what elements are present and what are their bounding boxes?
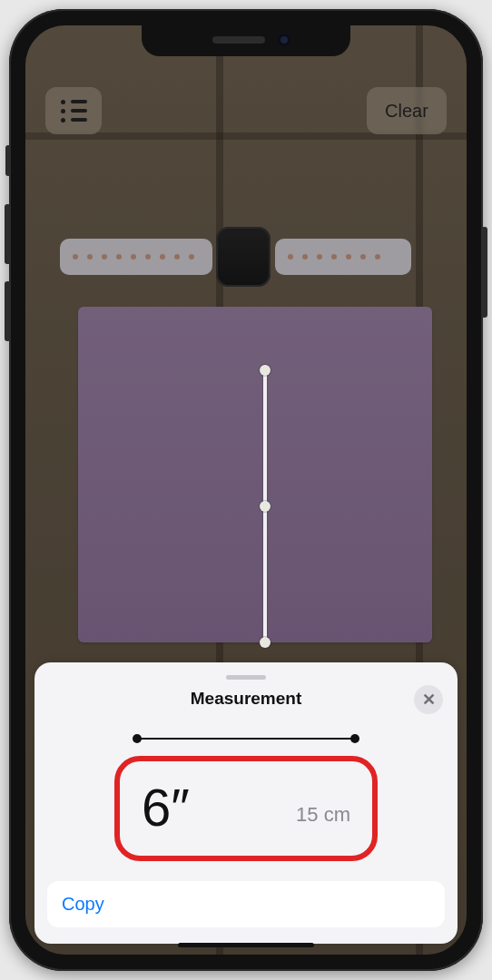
home-indicator[interactable]	[178, 943, 314, 947]
silence-switch	[5, 145, 11, 176]
close-icon: ✕	[422, 690, 436, 710]
power-button	[481, 227, 487, 318]
notch	[142, 25, 350, 56]
measurement-primary-value: 6″	[142, 781, 190, 834]
measurement-sheet: Measurement ✕ 6″ 15 cm Copy	[34, 662, 458, 944]
measurement-range-graphic	[133, 732, 359, 745]
list-icon	[61, 100, 87, 122]
sheet-grabber[interactable]	[226, 675, 266, 680]
clear-button-label: Clear	[385, 101, 428, 122]
phone-frame: Clear Measurement ✕ 6″ 15 cm Co	[9, 9, 483, 971]
measurement-secondary-value: 15 cm	[296, 803, 350, 834]
measure-point-mid[interactable]	[260, 501, 271, 512]
close-button[interactable]: ✕	[414, 685, 443, 714]
screen: Clear Measurement ✕ 6″ 15 cm Co	[25, 25, 467, 955]
measure-point-end[interactable]	[260, 637, 271, 648]
volume-up-button	[5, 204, 11, 264]
clear-button[interactable]: Clear	[367, 87, 447, 134]
measurements-list-button[interactable]	[45, 87, 102, 134]
measure-point-start[interactable]	[260, 365, 271, 376]
sheet-title: Measurement	[47, 689, 445, 709]
copy-button-label: Copy	[62, 894, 104, 914]
copy-button[interactable]: Copy	[47, 881, 445, 927]
volume-down-button	[5, 281, 11, 341]
measurement-value-highlight[interactable]: 6″ 15 cm	[114, 756, 378, 861]
